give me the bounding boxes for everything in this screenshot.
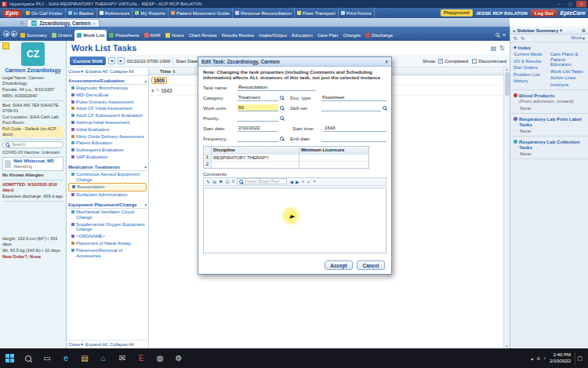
list-icon[interactable]: ≡ [232, 179, 235, 184]
task-item-placement-removal-of-accessories[interactable]: Placement/Removal of Accessories [68, 247, 147, 260]
collapse-all-button[interactable]: Collapse All [110, 69, 134, 74]
menu-item-references[interactable]: References [97, 8, 133, 18]
menu-item-on-call-finder[interactable]: On Call Finder [24, 8, 66, 18]
task-item-resuscitation[interactable]: Resuscitation [68, 183, 147, 191]
comments-textarea[interactable] [203, 188, 387, 253]
tab-mar[interactable]: MAR [142, 30, 163, 41]
scrollbar-thumb[interactable] [505, 72, 510, 96]
tab-orders[interactable]: Orders [49, 30, 74, 41]
hidden-icons-icon[interactable]: ▴ [531, 355, 533, 361]
tab-discharge[interactable]: Discharge [363, 30, 395, 41]
copy-icon[interactable]: ⊞ [212, 179, 216, 184]
sidebar-section-header[interactable]: Blood Products [514, 93, 585, 98]
task-item-adult-cf-initial-assessment[interactable]: Adult CF Initial Assessment [68, 105, 147, 112]
mail-icon[interactable]: ✉ [113, 348, 132, 368]
refresh-icon[interactable]: ↻ [499, 45, 505, 52]
index-link-current-meds[interactable]: Current Meds [514, 52, 548, 57]
end-date-input[interactable] [321, 135, 387, 142]
next-shift-button[interactable]: ▶ [118, 57, 125, 64]
category-lookup-icon[interactable] [280, 96, 284, 100]
edge-browser-icon[interactable]: e [56, 348, 75, 368]
skill-set-input[interactable] [321, 104, 381, 111]
phrase-icon[interactable]: ✎ [206, 179, 210, 184]
prev-field-icon[interactable]: ◀ [289, 179, 293, 184]
task-item-ordname[interactable]: <ORDNAME> [68, 233, 147, 240]
expand-all-button-bottom[interactable]: Expand All [85, 342, 107, 347]
menu-item-my-reports[interactable]: My Reports [132, 8, 169, 18]
index-link-active-lines[interactable]: Active Lines [550, 75, 585, 81]
task-item-surfactant-administration[interactable]: Surfactant Administration [68, 191, 147, 199]
priority-lookup-icon[interactable] [280, 116, 284, 120]
patient-photo[interactable]: CZ [21, 42, 45, 66]
tab-notes[interactable]: Notes [163, 30, 187, 41]
logout-button[interactable]: Log Out [531, 9, 557, 16]
sidebar-refresh-icon[interactable]: ↻ [514, 35, 517, 41]
tab-education[interactable]: Education [289, 30, 315, 41]
priority-input[interactable] [238, 115, 278, 122]
index-link-care-plans-patient-education[interactable]: Care Plans & Patient Education [550, 52, 585, 67]
menu-item-patient-movement-guide[interactable]: Patient Movement Guide [169, 8, 233, 18]
cancel-button[interactable]: Cancel [357, 261, 385, 270]
sidebar-section-header[interactable]: Respiratory Lab Collection Tasks [514, 139, 585, 150]
tab-charges[interactable]: Charges [340, 30, 363, 41]
tab-summary[interactable]: Summary [18, 30, 49, 41]
tab-work-list[interactable]: Work List [74, 30, 107, 41]
task-view-icon[interactable]: ▭ [38, 348, 56, 368]
accept-field-icon[interactable]: ✓ [307, 179, 310, 184]
scroll-up-icon[interactable]: ▴ [506, 67, 507, 71]
task-item-pulse-oximetry-assessment[interactable]: Pulse Oximetry Assessment [68, 99, 147, 106]
tab-results-review[interactable]: Results Review [220, 30, 256, 41]
index-link-work-list-tasks[interactable]: Work List Tasks [550, 69, 585, 75]
smarttext-input[interactable]: Insert SmartText [237, 178, 287, 184]
menu-item-revenue-reconciliation[interactable]: Revenue Reconciliation [233, 8, 295, 18]
sidebar-title[interactable]: Sidebar Summary [517, 27, 558, 33]
task-item-adult-cf-subsequent-evaluation[interactable]: Adult CF Subsequent Evaluation [68, 112, 147, 119]
doc-type-input[interactable]: Flowsheet [321, 94, 387, 101]
task-item-mechanical-ventilator-circuit-change[interactable]: Mechanical Ventilator Circuit Change [68, 209, 147, 221]
task-group-header[interactable]: Assessments/Evaluation▴ [68, 77, 147, 85]
spellcheck-icon[interactable]: ☑ [225, 179, 229, 184]
discipline-row[interactable]: 1RESPIRATORY THERAPY [204, 154, 368, 161]
category-input[interactable]: Treatment [238, 94, 278, 101]
dialog-close-icon[interactable]: × [385, 59, 388, 64]
index-link-i-o-results[interactable]: I/O & Results [514, 59, 548, 64]
task-item-placement-of-nasal-airway[interactable]: Placement of Nasal Airway [68, 240, 147, 247]
task-start-date-input[interactable]: 2/10/2022 [238, 125, 278, 132]
task-item-patient-education[interactable]: Patient Education [68, 140, 147, 147]
epic-menu-button[interactable]: Epic [2, 9, 22, 17]
menu-item-in-basket[interactable]: In Basket [66, 8, 97, 18]
sticky-note-icon[interactable] [2, 42, 9, 49]
task-item-continuous-aerosol-equipment-change[interactable]: Continuous Aerosol Equipment Change [68, 171, 147, 184]
flag-icon[interactable]: ⚑ [219, 179, 223, 184]
tab-intake-output[interactable]: Intake/Output [256, 30, 289, 41]
task-item-supplemental-oxygen-equipment-change[interactable]: Supplemental Oxygen Equipment Change [68, 221, 147, 234]
minimize-button[interactable]: – [554, 1, 564, 7]
search-icon[interactable] [19, 348, 38, 368]
patient-tab[interactable]: CZ Zzcardiology, Carmen × [27, 19, 100, 27]
more-activities-icon[interactable]: » [503, 32, 506, 38]
task-item-asthma-initial-assessment[interactable]: Asthma Initial Assessment [68, 119, 147, 126]
task-group-header[interactable]: Medication Treatments▴ [68, 163, 147, 171]
accept-button[interactable]: Accept [325, 261, 353, 270]
store-icon[interactable]: ⌂ [94, 348, 113, 368]
collapse-all-button-bottom[interactable]: Collapse All [110, 342, 134, 347]
expand-all-button[interactable]: Expand All [85, 69, 107, 74]
work-units-lookup-icon[interactable] [280, 106, 284, 110]
menu-item-fleet-transport[interactable]: Fleet Transport [295, 8, 339, 18]
prev-shift-button[interactable]: ◀ [108, 57, 115, 64]
tab-chart-review[interactable]: Chart Review [187, 30, 220, 41]
clear-field-icon[interactable]: × [313, 179, 316, 184]
forward-button[interactable]: ▶ [11, 31, 17, 37]
citrix-icon[interactable]: ◍ [151, 348, 169, 368]
task-item-vap-evaluation[interactable]: VAP Evaluation [68, 154, 147, 161]
task-item-diagnostic-bronchoscopy[interactable]: Diagnostic Bronchoscopy [68, 85, 147, 92]
home-icon[interactable]: ⌂ [20, 19, 24, 27]
network-icon[interactable]: ≋ [536, 355, 540, 361]
notifications-icon[interactable]: ▢ [575, 352, 584, 365]
maximize-button[interactable]: ▢ [565, 1, 575, 7]
current-shift-button[interactable]: Current Shift [70, 56, 106, 65]
close-patient-tab-icon[interactable]: × [93, 21, 96, 26]
index-link-incisions[interactable]: Incisions [550, 82, 585, 88]
treatment-team-box[interactable]: Walt Whitecoat, MDAttending [2, 157, 64, 171]
task-item-nitric-oxide-delivery-assessment[interactable]: Nitric Oxide Delivery Assessment [68, 133, 147, 140]
